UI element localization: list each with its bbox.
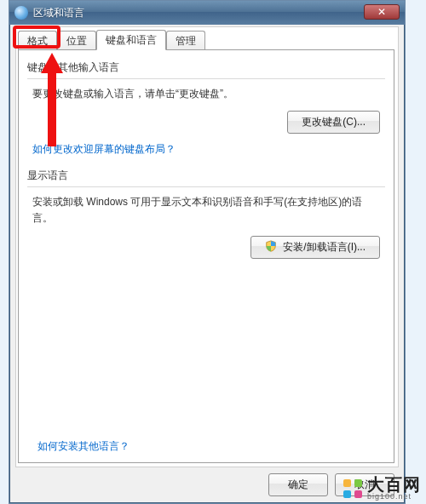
tab-formats[interactable]: 格式 xyxy=(18,31,57,50)
window-title: 区域和语言 xyxy=(33,6,84,20)
welcome-screen-layout-link[interactable]: 如何更改欢迎屏幕的键盘布局？ xyxy=(32,143,176,155)
tab-strip: 格式 位置 键盘和语言 管理 xyxy=(18,31,398,49)
keyboards-description: 要更改键盘或输入语言，请单击“更改键盘”。 xyxy=(32,86,380,102)
tab-location[interactable]: 位置 xyxy=(57,31,96,50)
group-title-display-language: 显示语言 xyxy=(27,169,385,183)
titlebar[interactable]: 区域和语言 ✕ xyxy=(9,1,405,25)
display-language-description: 安装或卸载 Windows 可用于显示文本和识别语音和手写(在支持地区)的语言。 xyxy=(32,194,380,226)
globe-icon xyxy=(14,6,28,20)
close-icon: ✕ xyxy=(377,5,386,19)
region-language-dialog: 区域和语言 ✕ 格式 位置 键盘和语言 管理 键盘和其他输入语言 要更改键盘或输… xyxy=(9,0,406,504)
tab-label: 格式 xyxy=(27,35,48,47)
how-install-languages-link[interactable]: 如何安装其他语言？ xyxy=(37,440,130,452)
divider xyxy=(27,78,385,79)
watermark-url: big100.net xyxy=(367,493,421,501)
tab-page-keyboards: 键盘和其他输入语言 要更改键盘或输入语言，请单击“更改键盘”。 更改键盘(C).… xyxy=(18,49,394,463)
tab-keyboards-languages[interactable]: 键盘和语言 xyxy=(96,30,166,50)
group-title-keyboards: 键盘和其他输入语言 xyxy=(27,60,385,75)
ok-button[interactable]: 确定 xyxy=(268,473,328,496)
close-button[interactable]: ✕ xyxy=(364,4,400,20)
change-keyboards-button[interactable]: 更改键盘(C)... xyxy=(287,111,380,134)
watermark: 大百网 big100.net xyxy=(343,476,421,501)
install-button-label: 安装/卸载语言(I)... xyxy=(283,241,366,253)
tab-label: 键盘和语言 xyxy=(106,34,157,46)
tab-administrative[interactable]: 管理 xyxy=(166,31,205,50)
shield-icon xyxy=(265,240,277,252)
dialog-body: 格式 位置 键盘和语言 管理 键盘和其他输入语言 要更改键盘或输入语言，请单击“… xyxy=(15,26,399,467)
tab-label: 位置 xyxy=(66,35,87,47)
watermark-logo-icon xyxy=(343,479,362,498)
divider xyxy=(27,186,385,187)
install-uninstall-languages-button[interactable]: 安装/卸载语言(I)... xyxy=(250,236,380,259)
watermark-name: 大百网 xyxy=(367,476,421,493)
tab-label: 管理 xyxy=(176,35,196,47)
